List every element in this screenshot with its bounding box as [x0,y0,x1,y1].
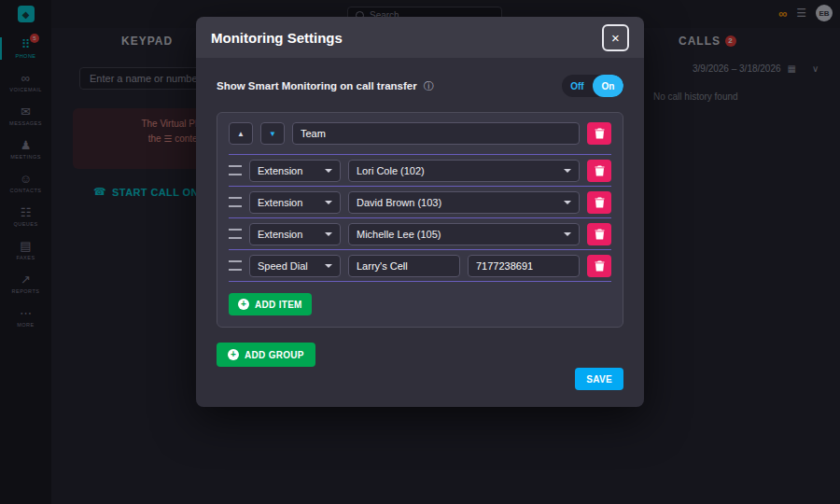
close-icon: × [611,31,620,45]
item-type-select[interactable]: Extension [249,223,341,245]
group-name-input[interactable] [292,122,580,145]
item-value-select[interactable]: Lori Cole (102) [348,160,580,182]
move-group-down-button[interactable]: ▼ [260,122,285,145]
trash-icon [595,165,605,176]
item-type-value: Extension [258,165,302,176]
delete-group-button[interactable] [587,122,611,145]
plus-icon: + [238,299,249,310]
chevron-down-icon: ▼ [269,130,276,138]
add-item-label: ADD ITEM [255,300,302,310]
move-group-up-button[interactable]: ▲ [229,122,253,145]
monitor-item-row: Extension Lori Cole (102) [229,155,611,187]
drag-handle-icon[interactable] [229,165,242,175]
modal-footer: SAVE [217,368,623,390]
item-value-select[interactable]: David Brown (103) [348,191,580,214]
chevron-down-icon [564,232,571,236]
toggle-on-label[interactable]: On [593,75,623,97]
modal-body: Show Smart Monitoring on call transfer ⓘ… [196,58,644,407]
trash-icon [595,260,605,272]
item-type-value: Extension [258,197,302,208]
chevron-down-icon [325,264,332,268]
trash-icon [595,128,605,139]
delete-item-button[interactable] [587,223,611,245]
item-value-text: David Brown (103) [357,197,441,208]
monitoring-group-card: ▲ ▼ Extension Lori Cole (102) [217,112,623,328]
add-item-row: + ADD ITEM [229,282,611,315]
plus-icon: + [228,349,239,360]
smart-monitoring-label-text: Show Smart Monitoring on call transfer [217,80,417,91]
smart-monitoring-toggle[interactable]: Off On [562,75,623,97]
info-icon[interactable]: ⓘ [424,79,434,93]
speed-dial-number-input[interactable] [468,255,580,277]
delete-item-button[interactable] [587,255,611,277]
smart-monitoring-label: Show Smart Monitoring on call transfer ⓘ [217,79,434,93]
chevron-up-icon: ▲ [237,130,245,138]
close-button[interactable]: × [602,24,629,51]
item-value-text: Michelle Lee (105) [357,229,441,240]
drag-handle-icon[interactable] [229,229,242,239]
add-item-button[interactable]: + ADD ITEM [229,293,312,315]
delete-item-button[interactable] [587,160,611,182]
toggle-off-label[interactable]: Off [562,75,593,97]
item-type-select[interactable]: Extension [249,191,341,214]
monitor-item-row: Extension David Brown (103) [229,187,611,218]
add-group-row: + ADD GROUP [217,343,623,367]
smart-monitoring-row: Show Smart Monitoring on call transfer ⓘ… [217,75,623,97]
chevron-down-icon [325,232,332,236]
chevron-down-icon [325,169,332,173]
chevron-down-icon [564,201,571,204]
item-type-value: Speed Dial [258,260,308,272]
monitor-item-row: Extension Michelle Lee (105) [229,218,611,250]
group-header-row: ▲ ▼ [229,122,611,155]
item-type-select[interactable]: Speed Dial [249,255,341,277]
modal-header: Monitoring Settings × [196,17,644,58]
add-group-button[interactable]: + ADD GROUP [217,343,315,367]
save-button[interactable]: SAVE [575,368,623,390]
modal-title: Monitoring Settings [211,30,343,46]
chevron-down-icon [325,201,332,204]
trash-icon [595,197,605,208]
item-type-value: Extension [258,229,302,240]
drag-handle-icon[interactable] [229,197,242,207]
drag-handle-icon[interactable] [229,260,242,271]
chevron-down-icon [564,169,571,173]
item-value-select[interactable]: Michelle Lee (105) [348,223,580,245]
item-type-select[interactable]: Extension [249,160,341,182]
delete-item-button[interactable] [587,191,611,214]
trash-icon [595,229,605,240]
monitoring-settings-modal: Monitoring Settings × Show Smart Monitor… [196,17,644,407]
speed-dial-name-input[interactable] [348,255,460,277]
item-value-text: Lori Cole (102) [357,165,425,176]
monitor-item-row: Speed Dial [229,250,611,282]
add-group-label: ADD GROUP [245,350,304,360]
